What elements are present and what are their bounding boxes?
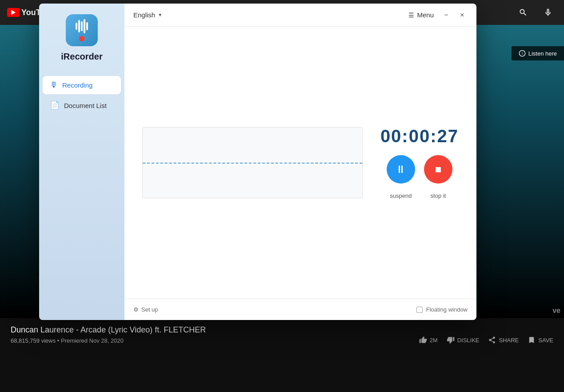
floating-window-toggle[interactable]: Floating window (416, 306, 468, 313)
document-list-nav-label: Document List (64, 102, 107, 109)
recording-area: 00:00:27 ⏸ ■ suspend stop it (124, 27, 476, 299)
waveform-bar-2 (78, 20, 80, 32)
window-controls: − × (441, 10, 468, 20)
control-buttons: ⏸ ■ (387, 155, 452, 184)
app-icon-inner (76, 19, 88, 41)
waveform-bar-1 (76, 23, 77, 30)
bottom-bar: ⚙ Set up Floating window (124, 299, 476, 320)
pause-icon: ⏸ (396, 163, 406, 176)
listen-here-label: Listen here (528, 50, 557, 57)
stop-label: stop it (424, 192, 452, 199)
floating-window-label: Floating window (426, 306, 468, 313)
menu-icon: ☰ (408, 12, 414, 19)
setup-button[interactable]: ⚙ Set up (133, 306, 158, 313)
menu-label: Menu (417, 11, 434, 19)
irecorder-window: iRecorder 🎙 Recording 📄 Document List En… (39, 4, 476, 320)
save-label: SAVE (538, 337, 553, 344)
settings-icon: ⚙ (133, 306, 139, 313)
btn-labels: suspend stop it (387, 192, 452, 199)
ve-watermark: ve (552, 307, 560, 315)
top-bar-right: ☰ Menu − × (408, 10, 468, 20)
svg-text:i: i (522, 51, 523, 56)
nav-item-document-list[interactable]: 📄 Document List (43, 96, 121, 115)
stop-icon: ■ (435, 163, 442, 176)
menu-button[interactable]: ☰ Menu (408, 11, 434, 19)
like-button[interactable]: 2M (419, 336, 438, 344)
top-bar: English ▼ ☰ Menu − × (124, 4, 476, 27)
main-content: English ▼ ☰ Menu − × (124, 4, 476, 320)
video-info: Duncan Laurence - Arcade (Lyric Video) f… (0, 318, 564, 351)
language-selector[interactable]: English ▼ (133, 11, 162, 19)
app-name: iRecorder (61, 52, 102, 62)
document-nav-icon: 📄 (50, 100, 60, 110)
waveform-bars (76, 19, 88, 33)
setup-label: Set up (141, 306, 158, 313)
waveform-bar-5 (86, 22, 88, 30)
share-label: SHARE (499, 337, 519, 344)
video-actions: 2M DISLIKE SHARE SAVE (419, 336, 553, 344)
language-label: English (133, 11, 155, 19)
waveform-line (143, 163, 362, 164)
app-icon (66, 14, 98, 46)
stop-button[interactable]: ■ (424, 155, 452, 184)
video-title: Duncan Laurence - Arcade (Lyric Video) f… (11, 325, 553, 335)
waveform-container (142, 127, 363, 198)
youtube-header-icons (514, 4, 557, 21)
sidebar: iRecorder 🎙 Recording 📄 Document List (39, 4, 124, 320)
record-dot (79, 36, 84, 41)
recording-nav-label: Recording (62, 81, 92, 89)
floating-window-checkbox[interactable] (416, 307, 423, 313)
waveform-bar-3 (81, 21, 83, 31)
listen-here-button[interactable]: i Listen here (512, 46, 564, 60)
controls-panel: 00:00:27 ⏸ ■ suspend stop it (380, 126, 459, 199)
mic-nav-icon: 🎙 (50, 80, 58, 90)
irecorder-overlay: iRecorder 🎙 Recording 📄 Document List En… (39, 4, 476, 320)
waveform-bar-4 (84, 19, 85, 33)
suspend-label: suspend (387, 192, 415, 199)
sidebar-nav: 🎙 Recording 📄 Document List (39, 76, 124, 116)
like-count: 2M (430, 337, 438, 344)
mic-button[interactable] (539, 4, 557, 21)
chevron-down-icon: ▼ (158, 12, 162, 17)
dislike-button[interactable]: DISLIKE (447, 336, 480, 344)
close-button[interactable]: × (457, 10, 468, 20)
suspend-button[interactable]: ⏸ (387, 155, 415, 184)
search-button[interactable] (514, 4, 532, 21)
minimize-button[interactable]: − (441, 10, 452, 20)
youtube-logo-icon (7, 8, 20, 17)
nav-item-recording[interactable]: 🎙 Recording (43, 76, 121, 94)
save-button[interactable]: SAVE (528, 336, 553, 344)
share-button[interactable]: SHARE (488, 336, 519, 344)
timer-display: 00:00:27 (380, 126, 459, 146)
dislike-label: DISLIKE (457, 337, 480, 344)
